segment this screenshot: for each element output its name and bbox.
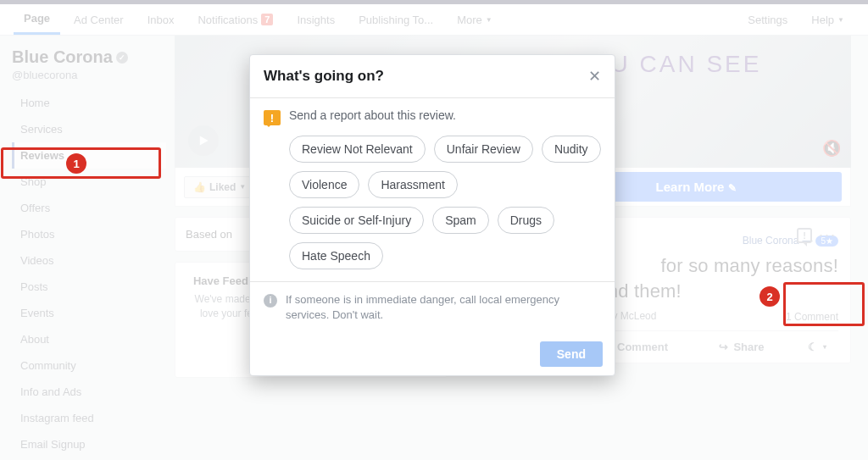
modal-prompt: Send a report about this review. (289, 108, 456, 122)
reason-suicide-or-self-injury[interactable]: Suicide or Self-Injury (289, 207, 424, 234)
send-button[interactable]: Send (540, 341, 603, 367)
reason-nudity[interactable]: Nudity (542, 136, 601, 163)
info-icon: i (264, 294, 277, 308)
reason-spam[interactable]: Spam (432, 207, 489, 234)
report-reasons: Review Not Relevant Unfair Review Nudity… (250, 136, 615, 281)
close-icon[interactable]: ✕ (588, 67, 601, 86)
reason-harassment[interactable]: Harassment (368, 171, 457, 198)
reason-violence[interactable]: Violence (289, 171, 359, 198)
annotation-badge-1: 1 (66, 153, 86, 174)
report-review-modal: What's going on? ✕ ! Send a report about… (249, 54, 615, 376)
modal-warning: i If someone is in immediate danger, cal… (250, 282, 615, 333)
modal-title: What's going on? (264, 68, 384, 85)
reason-drugs[interactable]: Drugs (498, 207, 554, 234)
reason-review-not-relevant[interactable]: Review Not Relevant (289, 136, 426, 163)
report-flag-icon: ! (264, 110, 281, 125)
reason-hate-speech[interactable]: Hate Speech (289, 242, 383, 269)
reason-unfair-review[interactable]: Unfair Review (434, 136, 533, 163)
annotation-badge-2: 2 (760, 286, 780, 307)
